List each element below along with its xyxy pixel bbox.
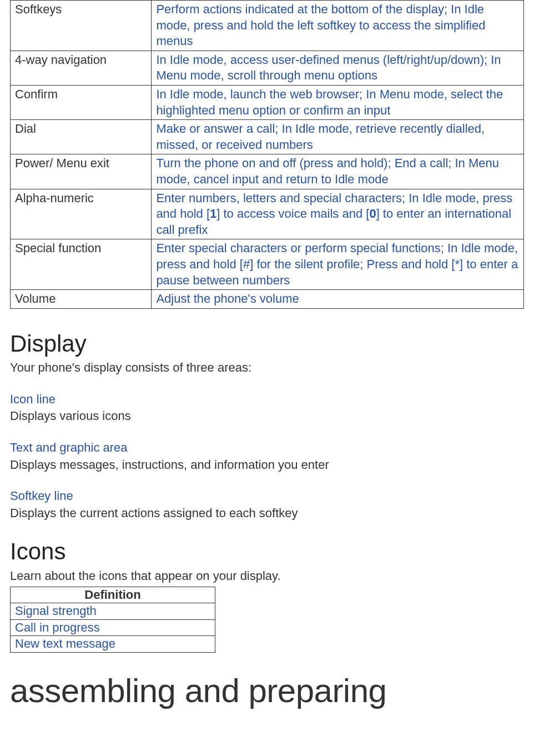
icon-definition-cell: Call in progress: [11, 619, 215, 636]
key-desc-cell: In Idle mode, access user-defined menus …: [152, 51, 524, 85]
key-name-cell: Confirm: [11, 85, 152, 119]
table-row: Softkeys Perform actions indicated at th…: [11, 1, 524, 51]
icon-definition-cell: Signal strength: [11, 603, 215, 620]
desc-text: ] to access voice mails and [: [216, 207, 369, 221]
key-desc-cell: Adjust the phone's volume: [152, 290, 524, 309]
icon-line-heading: Icon line: [10, 392, 524, 408]
softkey-line-heading: Softkey line: [10, 488, 524, 504]
table-row: Alpha-numeric Enter numbers, letters and…: [11, 189, 524, 239]
icons-table-header: Definition: [11, 587, 215, 603]
key-name-cell: Power/ Menu exit: [11, 154, 152, 189]
icons-heading: Icons: [10, 537, 524, 567]
table-row: Volume Adjust the phone's volume: [11, 290, 524, 309]
text-graphic-desc: Displays messages, instructions, and inf…: [10, 457, 524, 473]
assembling-heading: assembling and preparing: [10, 669, 524, 713]
display-intro: Your phone's display consists of three a…: [10, 360, 524, 376]
table-row: New text message: [11, 636, 215, 653]
emphasized-digit: 1: [210, 207, 216, 221]
key-name-cell: Special function: [11, 239, 152, 290]
display-heading: Display: [10, 329, 524, 359]
table-row: Special function Enter special character…: [11, 239, 524, 290]
keys-table: Softkeys Perform actions indicated at th…: [10, 0, 524, 309]
key-desc-cell: Make or answer a call; In Idle mode, ret…: [152, 120, 524, 154]
key-name-cell: 4-way navigation: [11, 51, 152, 85]
icon-definition-cell: New text message: [11, 636, 215, 653]
softkey-line-desc: Displays the current actions assigned to…: [10, 505, 524, 522]
table-row: Call in progress: [11, 619, 215, 636]
table-row: Signal strength: [11, 603, 215, 620]
table-row: Confirm In Idle mode, launch the web bro…: [11, 85, 524, 119]
key-desc-cell: Enter numbers, letters and special chara…: [152, 189, 524, 239]
key-desc-cell: Enter special characters or perform spec…: [152, 239, 524, 290]
icon-line-desc: Displays various icons: [10, 408, 524, 424]
text-graphic-heading: Text and graphic area: [10, 440, 524, 456]
key-name-cell: Softkeys: [11, 1, 152, 51]
key-desc-cell: Turn the phone on and off (press and hol…: [152, 154, 524, 189]
key-name-cell: Volume: [11, 290, 152, 309]
icons-table: Definition Signal strength Call in progr…: [10, 587, 215, 653]
key-name-cell: Dial: [11, 120, 152, 154]
table-row: Power/ Menu exit Turn the phone on and o…: [11, 154, 524, 189]
key-desc-cell: Perform actions indicated at the bottom …: [152, 1, 524, 51]
key-name-cell: Alpha-numeric: [11, 189, 152, 239]
emphasized-digit: 0: [369, 207, 376, 221]
table-row: 4-way navigation In Idle mode, access us…: [11, 51, 524, 85]
key-desc-cell: In Idle mode, launch the web browser; In…: [152, 85, 524, 119]
icons-intro: Learn about the icons that appear on you…: [10, 568, 524, 584]
table-row: Dial Make or answer a call; In Idle mode…: [11, 120, 524, 154]
